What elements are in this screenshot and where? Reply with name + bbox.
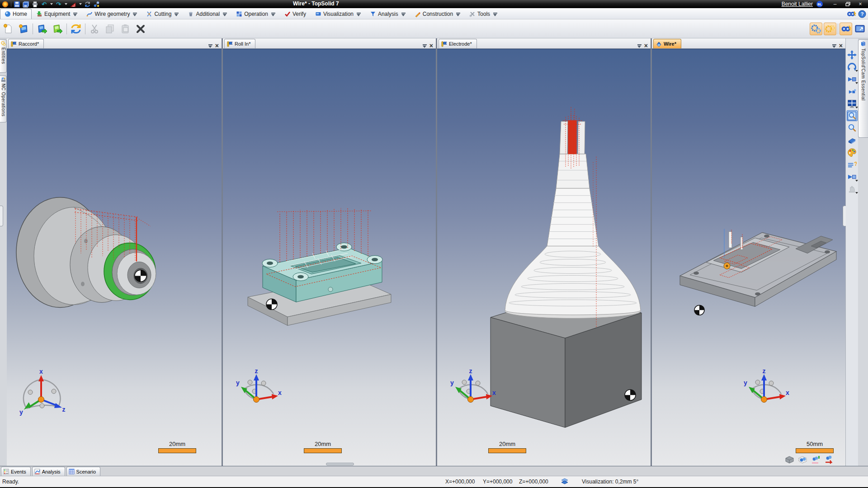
new-document-icon[interactable] — [2, 23, 14, 35]
viewport-close-icon[interactable]: × — [644, 43, 648, 48]
redo-icon[interactable]: ↷ — [55, 1, 62, 8]
zoom-icon[interactable] — [847, 122, 858, 133]
section-view-icon[interactable] — [847, 171, 858, 182]
close-button[interactable]: × — [854, 1, 866, 7]
redo-dropdown-icon[interactable] — [65, 3, 67, 5]
open-document-icon[interactable] — [36, 23, 48, 35]
tab-dropdown-icon[interactable] — [493, 12, 497, 16]
document-tab-roll-in[interactable]: Roll In* — [224, 39, 255, 48]
undo-icon[interactable]: ↶ — [41, 1, 47, 8]
cut-icon[interactable] — [88, 23, 101, 35]
tab-dropdown-icon[interactable] — [175, 12, 179, 16]
view-wire[interactable]: z y x 50mm — [652, 49, 845, 466]
simulation-icon[interactable] — [811, 455, 821, 465]
tab-scenario[interactable]: Scenario — [66, 467, 100, 476]
document-tab-electrode[interactable]: Electrode* — [439, 39, 477, 48]
tab-dropdown-icon[interactable] — [401, 12, 406, 16]
viewport-close-icon[interactable]: × — [215, 43, 219, 48]
viewport-menu-icon[interactable] — [208, 44, 212, 48]
tab-additional[interactable]: Additional — [183, 9, 231, 19]
avatar[interactable]: BL — [816, 1, 823, 7]
copy-icon[interactable] — [104, 23, 116, 35]
tab-tools[interactable]: Tools — [465, 9, 502, 19]
orbit-icon[interactable] — [847, 61, 858, 72]
measure-dropdown-icon[interactable] — [79, 3, 82, 5]
sidebar-tab-entities[interactable]: Entities — [0, 39, 7, 73]
open-folder-icon[interactable] — [51, 23, 64, 35]
refresh-all-icon[interactable] — [70, 23, 82, 35]
tab-dropdown-icon[interactable] — [456, 12, 460, 16]
viewport-menu-icon[interactable] — [423, 44, 427, 48]
viewport-menu-icon[interactable] — [832, 44, 836, 48]
tab-events[interactable]: Events — [1, 467, 31, 476]
tab-construction[interactable]: Construction — [410, 9, 465, 19]
tab-dropdown-icon[interactable] — [357, 12, 361, 16]
document-tab-wire[interactable]: Wire* — [653, 39, 681, 48]
help-icon[interactable]: ? — [858, 10, 866, 18]
print-icon[interactable] — [32, 1, 38, 8]
full-screen-icon[interactable] — [854, 23, 866, 35]
new-project-icon[interactable] — [17, 23, 30, 35]
stock-view-icon[interactable] — [784, 455, 795, 465]
viewport-menu-icon[interactable] — [637, 44, 642, 48]
tab-analysis[interactable]: Analysis — [32, 467, 65, 476]
tab-home[interactable]: Home — [0, 9, 32, 19]
assembly-icon[interactable] — [93, 1, 100, 8]
visualization-status[interactable]: Visualization: 0,2mm 5° — [582, 479, 638, 485]
document-tab-raccord[interactable]: Raccord* — [8, 39, 44, 48]
right-panel-collapse-handle[interactable] — [843, 206, 846, 226]
zoom-window-icon[interactable] — [847, 110, 858, 121]
tab-equipment[interactable]: Equipment — [32, 9, 82, 19]
machine-view-icon[interactable] — [847, 183, 858, 194]
dropdown-icon[interactable] — [855, 180, 858, 182]
viewport-close-icon[interactable]: × — [839, 43, 843, 48]
gears-yellow-icon[interactable] — [824, 23, 836, 35]
view-roll-in[interactable]: z y x 20mm — [223, 49, 436, 466]
split-view-icon[interactable] — [847, 98, 858, 109]
measure-icon[interactable] — [70, 1, 76, 8]
tab-verify[interactable]: Verify — [280, 9, 311, 19]
user-account-link[interactable]: Benoit Lallier — [782, 1, 813, 7]
help-lines-icon[interactable]: ? — [847, 159, 858, 170]
axis-triad[interactable]: x y z — [19, 370, 66, 417]
tab-analysis[interactable]: Analysis — [365, 9, 410, 19]
tab-dropdown-icon[interactable] — [223, 12, 227, 16]
minimize-button[interactable]: – — [829, 1, 841, 7]
delete-icon[interactable] — [134, 23, 147, 35]
horizontal-scrollbar-thumb[interactable] — [326, 463, 354, 465]
dropdown-icon[interactable] — [855, 107, 858, 108]
undo-dropdown-icon[interactable] — [50, 3, 53, 5]
tab-cutting[interactable]: Cutting — [142, 9, 183, 19]
view-direction-icon[interactable] — [847, 74, 858, 84]
dropdown-icon[interactable] — [855, 70, 858, 72]
dropdown-icon[interactable] — [855, 82, 858, 84]
tab-dropdown-icon[interactable] — [73, 12, 77, 16]
refresh-icon[interactable] — [84, 1, 91, 8]
search-command-icon[interactable] — [846, 10, 856, 18]
pan-icon[interactable] — [847, 49, 858, 60]
gears-blue-icon[interactable] — [810, 23, 822, 35]
sidebar-tab-topsolid-cam-essential[interactable]: TopSolid'Cam Essential — [858, 39, 868, 138]
topsolid-logo-icon[interactable] — [2, 1, 9, 8]
layers-icon[interactable] — [561, 478, 569, 485]
save-icon[interactable] — [14, 1, 20, 8]
save-all-icon[interactable] — [23, 1, 29, 8]
axis-triad[interactable]: z y x — [449, 370, 496, 417]
render-palette-icon[interactable] — [847, 147, 858, 158]
tab-dropdown-icon[interactable] — [133, 12, 137, 16]
erase-highlight-icon[interactable] — [847, 135, 858, 145]
tab-operation[interactable]: Operation — [231, 9, 280, 19]
camera-view-icon[interactable] — [847, 86, 858, 97]
part-in-stock-icon[interactable] — [797, 455, 808, 465]
remove-material-icon[interactable] — [824, 455, 835, 465]
view-electrode[interactable]: z y x 20mm — [437, 49, 651, 466]
restore-button[interactable] — [842, 1, 854, 7]
view-raccord[interactable]: x y z 20mm — [7, 49, 222, 466]
viewport-close-icon[interactable]: × — [429, 43, 433, 48]
tab-wire-geometry[interactable]: Wire geometry — [82, 9, 142, 19]
left-panel-collapse-handle[interactable] — [0, 206, 3, 226]
axis-triad[interactable]: z y x — [235, 370, 282, 417]
tab-visualization[interactable]: Visualization — [311, 9, 365, 19]
sidebar-tab-nc-operations[interactable]: NC Operations — [0, 75, 7, 122]
search-highlight-icon[interactable] — [840, 23, 852, 35]
